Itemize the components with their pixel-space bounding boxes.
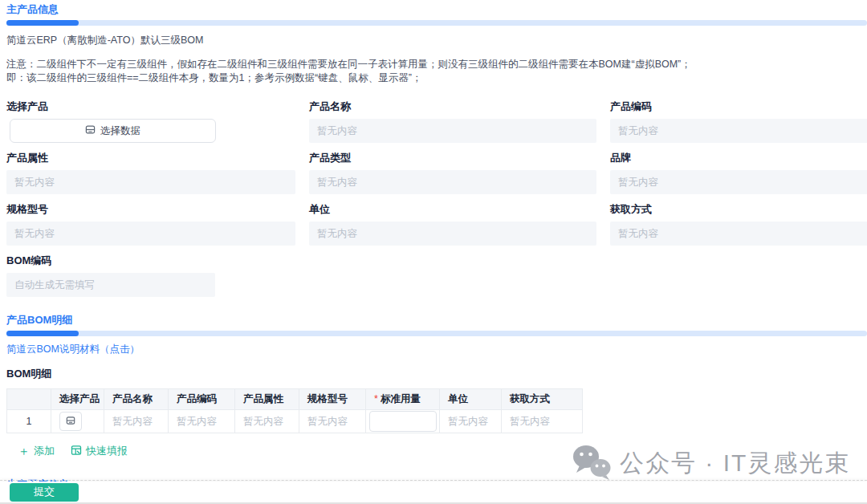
- product-name-field: 暂无内容: [309, 119, 596, 143]
- method-field: 暂无内容: [610, 222, 867, 246]
- quick-fill-label: 快速填报: [86, 444, 128, 458]
- field-label-method: 获取方式: [610, 204, 867, 215]
- field-bom-code: BOM编码 自动生成无需填写: [6, 255, 295, 297]
- section-main-product: 主产品信息 简道云ERP（离散制造-ATO）默认三级BOM 注意：二级组件下不一…: [0, 0, 867, 297]
- table-actions: ＋ 添加 快速填报: [18, 444, 867, 458]
- quick-fill-icon: [71, 445, 82, 458]
- product-attr-field: 暂无内容: [6, 170, 295, 194]
- col-header-product-code: 产品编码: [169, 389, 235, 410]
- section-title-bom-detail: 产品BOM明细: [6, 315, 867, 326]
- row-index: 1: [7, 410, 51, 433]
- section-divider-bar: [6, 20, 867, 26]
- row-cell-product-name: 暂无内容: [104, 410, 169, 433]
- form-note-line2: 即：该二级组件的三级组件==二级组件本身，数量为1；参考示例数据“键盘、鼠标、显…: [6, 71, 867, 85]
- add-row-label: 添加: [34, 444, 55, 458]
- section-title-main-product: 主产品信息: [6, 4, 867, 15]
- database-icon: [66, 416, 75, 428]
- field-method: 获取方式 暂无内容: [610, 204, 867, 246]
- col-header-spec: 规格型号: [299, 389, 366, 410]
- col-header-unit: 单位: [440, 389, 502, 410]
- col-header-method: 获取方式: [502, 389, 583, 410]
- row-select-data-button[interactable]: [59, 412, 82, 431]
- col-header-product-attr: 产品属性: [235, 389, 299, 410]
- row-cell-product-code: 暂无内容: [169, 410, 235, 433]
- form-note: 注意：二级组件下不一定有三级组件，假如存在二级组件和三级组件需要放在同一子表计算…: [6, 58, 867, 85]
- unit-field: 暂无内容: [309, 222, 596, 246]
- row-cell-product-attr: 暂无内容: [235, 410, 299, 433]
- footer-bar: 提交: [0, 482, 867, 504]
- row-cell-method: 暂无内容: [502, 410, 583, 433]
- quick-fill-button[interactable]: 快速填报: [71, 444, 128, 458]
- required-mark: *: [374, 393, 378, 404]
- select-data-button-label: 选择数据: [100, 124, 140, 138]
- row-cell-spec: 暂无内容: [299, 410, 366, 433]
- col-header-product-name: 产品名称: [104, 389, 169, 410]
- section-bom-detail: 产品BOM明细 简道云BOM说明材料（点击） BOM明细 选择产品 产品名称 产…: [0, 315, 867, 458]
- field-label-unit: 单位: [309, 204, 596, 215]
- field-label-bom-code: BOM编码: [6, 255, 295, 266]
- form-page: 主产品信息 简道云ERP（离散制造-ATO）默认三级BOM 注意：二级组件下不一…: [0, 0, 867, 504]
- field-label-product-type: 产品类型: [309, 152, 596, 164]
- field-product-type: 产品类型 暂无内容: [309, 152, 596, 194]
- std-qty-input[interactable]: [369, 411, 437, 432]
- brand-field: 暂无内容: [610, 170, 867, 194]
- field-unit: 单位 暂无内容: [309, 204, 596, 246]
- form-note-line1: 注意：二级组件下不一定有三级组件，假如存在二级组件和三级组件需要放在同一子表计算…: [6, 58, 867, 71]
- bom-code-field: 自动生成无需填写: [6, 273, 215, 297]
- field-brand: 品牌 暂无内容: [610, 152, 867, 194]
- field-label-product-name: 产品名称: [309, 101, 596, 112]
- col-header-std-qty: *标准用量: [366, 389, 440, 410]
- bom-detail-table: 选择产品 产品名称 产品编码 产品属性 规格型号 *标准用量 单位 获取方式 1: [6, 388, 583, 433]
- bom-table-label: BOM明细: [6, 367, 867, 381]
- field-label-select-product: 选择产品: [6, 101, 295, 112]
- field-product-code: 产品编码 暂无内容: [610, 101, 867, 143]
- submit-button[interactable]: 提交: [10, 483, 79, 502]
- bom-table-row: 1 暂无内容 暂无内容 暂无内容 暂无内容 暂无内容 暂无内容: [7, 410, 583, 433]
- field-product-name: 产品名称 暂无内容: [309, 101, 596, 143]
- field-product-attr: 产品属性 暂无内容: [6, 152, 295, 194]
- field-spec: 规格型号 暂无内容: [6, 204, 295, 246]
- field-label-product-code: 产品编码: [610, 101, 867, 112]
- product-code-field: 暂无内容: [610, 119, 867, 143]
- bom-table-header-row: 选择产品 产品名称 产品编码 产品属性 规格型号 *标准用量 单位 获取方式: [7, 389, 583, 410]
- section-divider-bar-fill: [6, 331, 79, 336]
- database-icon: [85, 124, 96, 137]
- field-label-product-attr: 产品属性: [6, 152, 295, 164]
- plus-icon: ＋: [18, 445, 30, 457]
- field-label-brand: 品牌: [610, 152, 867, 164]
- field-label-spec: 规格型号: [6, 204, 295, 215]
- add-row-button[interactable]: ＋ 添加: [18, 444, 55, 458]
- field-select-product: 选择产品 选择数据: [6, 101, 295, 143]
- bom-doc-link[interactable]: 简道云BOM说明材料（点击）: [6, 343, 140, 356]
- section-divider-bar-fill: [6, 20, 79, 26]
- section-divider-bar: [6, 331, 867, 336]
- form-subtitle: 简道云ERP（离散制造-ATO）默认三级BOM: [6, 34, 867, 47]
- col-header-select-product: 选择产品: [51, 389, 104, 410]
- spec-field: 暂无内容: [6, 222, 295, 246]
- row-cell-unit: 暂无内容: [440, 410, 502, 433]
- select-data-button[interactable]: 选择数据: [10, 119, 216, 143]
- product-type-field: 暂无内容: [309, 170, 596, 194]
- col-header-index: [7, 389, 51, 410]
- page-cut-divider: [0, 480, 867, 481]
